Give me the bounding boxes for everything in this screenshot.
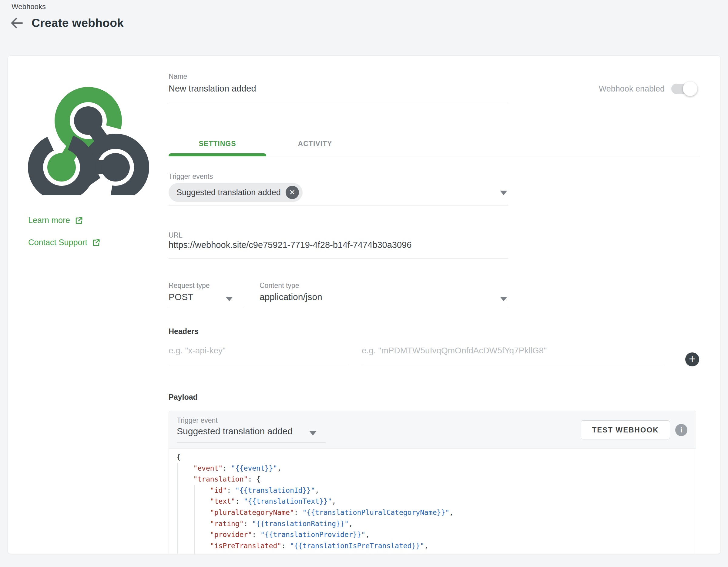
toggle-knob[interactable] <box>683 82 697 96</box>
create-webhook-card: Learn more Contact Support Name Webhook … <box>8 55 721 554</box>
header-key-input[interactable] <box>169 346 347 355</box>
request-type-underline <box>169 307 244 307</box>
contact-support-label: Contact Support <box>28 238 87 247</box>
payload-select-underline <box>177 442 326 443</box>
header-value-field <box>362 346 663 364</box>
active-tab-indicator <box>169 153 266 156</box>
payload-panel: Trigger event Suggested translation adde… <box>169 411 696 554</box>
tab-settings-label: SETTINGS <box>199 140 236 148</box>
request-type-label: Request type <box>169 282 210 290</box>
payload-panel-header: Trigger event Suggested translation adde… <box>169 411 696 448</box>
content-type-dropdown-arrow-icon[interactable] <box>500 297 507 301</box>
page-header: Create webhook <box>9 16 124 30</box>
tab-bar: SETTINGS ACTIVITY <box>169 132 700 156</box>
info-icon[interactable]: i <box>675 424 687 436</box>
header-value-input[interactable] <box>362 346 663 355</box>
tab-activity-label: ACTIVITY <box>298 140 332 148</box>
back-arrow-icon[interactable] <box>9 16 24 30</box>
url-input[interactable] <box>169 240 508 250</box>
request-type-select[interactable]: POST <box>169 292 193 302</box>
trigger-events-dropdown-arrow-icon[interactable] <box>500 191 507 195</box>
indent-guide <box>194 485 195 554</box>
external-link-icon <box>74 216 83 225</box>
payload-trigger-event-select[interactable]: Suggested translation added <box>177 426 293 436</box>
content-type-select[interactable]: application/json <box>260 292 322 302</box>
page-title: Create webhook <box>32 16 124 30</box>
chip-label: Suggested translation added <box>176 188 281 197</box>
add-header-button[interactable]: + <box>685 352 699 366</box>
name-input[interactable] <box>169 84 508 94</box>
name-label: Name <box>169 72 508 81</box>
content-type-underline <box>260 307 508 307</box>
test-webhook-button[interactable]: TEST WEBHOOK <box>581 420 670 439</box>
headers-title: Headers <box>169 327 199 336</box>
webhook-enabled-label: Webhook enabled <box>599 84 665 94</box>
url-field <box>169 240 508 259</box>
chip-remove-icon[interactable]: ✕ <box>286 186 299 199</box>
trigger-event-chip: Suggested translation added ✕ <box>169 183 303 202</box>
learn-more-link[interactable]: Learn more <box>28 216 83 225</box>
payload-trigger-event-label: Trigger event <box>177 416 218 424</box>
indent-guide <box>177 463 178 554</box>
url-label: URL <box>169 231 183 240</box>
contact-support-link[interactable]: Contact Support <box>28 238 101 247</box>
content-type-label: Content type <box>260 282 299 290</box>
payload-title: Payload <box>169 393 198 401</box>
trigger-events-label: Trigger events <box>169 173 213 181</box>
toggle-track[interactable] <box>671 84 696 94</box>
header-key-field <box>169 346 347 364</box>
external-link-icon <box>92 238 101 247</box>
webhook-logo <box>28 76 149 195</box>
payload-trigger-event-dropdown-arrow-icon[interactable] <box>309 431 317 435</box>
breadcrumb[interactable]: Webhooks <box>12 2 46 11</box>
tab-settings[interactable]: SETTINGS <box>169 132 266 156</box>
payload-code-lines: { "event": "{{event}}", "translation": {… <box>176 451 696 554</box>
payload-code-editor[interactable]: { "event": "{{event}}", "translation": {… <box>169 448 696 554</box>
webhook-enabled-toggle[interactable]: Webhook enabled <box>599 84 696 94</box>
learn-more-label: Learn more <box>28 216 70 225</box>
request-type-dropdown-arrow-icon[interactable] <box>226 297 233 301</box>
name-field <box>169 84 508 103</box>
tab-activity[interactable]: ACTIVITY <box>266 132 364 156</box>
trigger-events-underline <box>169 205 508 206</box>
